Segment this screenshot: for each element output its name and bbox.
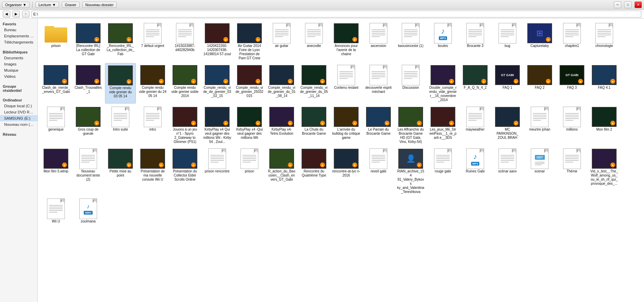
- list-item[interactable]: ▶ Compte rendu vide grenier du 24 05 14: [137, 63, 168, 104]
- back-button[interactable]: ◀: [3, 11, 10, 17]
- list-item[interactable]: ▶ Gros coup de gueule: [73, 105, 104, 145]
- list-item[interactable]: meurtre johan: [524, 105, 555, 145]
- list-item[interactable]: ▶ Mon film 5.wlmp: [40, 147, 71, 195]
- sidebar-item-emplacements[interactable]: Emplacements récen: [0, 33, 37, 39]
- list-item[interactable]: Discussion: [395, 63, 426, 104]
- list-item[interactable]: Nouveau document texte (2): [73, 147, 104, 195]
- list-item[interactable]: ⊞ ▶ Capturelaby: [524, 21, 555, 62]
- sidebar-item-images[interactable]: Images: [0, 61, 37, 67]
- list-item[interactable]: intro: [137, 105, 168, 145]
- up-button[interactable]: ↑: [22, 11, 30, 17]
- list-item[interactable]: ODT scenar: [524, 147, 555, 195]
- doc-icon-container: [398, 23, 423, 44]
- list-item[interactable]: ▶ Compte rendu vide grenier du 03 05 14: [105, 63, 136, 104]
- sidebar-item-nouveau-nom[interactable]: Nouveau nom (X:): [0, 121, 37, 128]
- list-item[interactable]: 👤 ▶ RIAN_archive_154 91_Valery_Bykovs ky…: [395, 147, 426, 195]
- list-item[interactable]: ▶ F_A_Q_N_4_2: [460, 63, 491, 104]
- list-item[interactable]: Brocante 3: [460, 21, 491, 62]
- list-item[interactable]: ▶ KirbyPlay x4-Tetris Evolution: [266, 105, 297, 145]
- list-item[interactable]: ▶ La Chute du Brocante Game: [298, 105, 329, 145]
- list-item[interactable]: Wii U: [40, 197, 71, 225]
- list-item[interactable]: ♪ MP3 Ruines Gabi: [460, 147, 491, 195]
- list-item[interactable]: anecodte: [298, 21, 329, 62]
- list-item[interactable]: mayweather: [460, 105, 491, 145]
- list-item[interactable]: ♪ MP3 boules: [428, 21, 458, 62]
- list-item[interactable]: ▶ Présentation du Collector Elder Scroll…: [169, 147, 200, 195]
- video-icon-container: ▶: [302, 148, 326, 169]
- list-item[interactable]: ▶ Compte_rendu_vi de_grenier_du_05 _11_1…: [298, 63, 329, 104]
- list-item[interactable]: air guitar: [266, 21, 297, 62]
- list-item[interactable]: Thème: [557, 147, 587, 195]
- sidebar-item-musique[interactable]: Musique: [0, 67, 37, 73]
- list-item[interactable]: ▶ Rencontre du Quatrième Type: [298, 147, 329, 195]
- list-item[interactable]: millions: [557, 105, 587, 145]
- sidebar-item-bureau[interactable]: Bureau: [0, 27, 37, 33]
- list-item[interactable]: ♪ WAV zoulmana: [73, 197, 104, 225]
- list-item[interactable]: decouverte esprit méchant: [363, 63, 394, 104]
- file-label: ascension: [371, 44, 386, 48]
- list-item[interactable]: ▶ Clash_de_merde__envers_GT_Gabi: [40, 63, 71, 104]
- list-item[interactable]: ▶ Les Affranchis du Brocante Game HD (GT…: [395, 105, 426, 145]
- graver-button[interactable]: Graver: [62, 2, 80, 8]
- list-item[interactable]: Contenu restant: [331, 63, 362, 104]
- list-item[interactable]: rouge gate: [428, 147, 458, 195]
- list-item[interactable]: ▶ Le Parrain du Brocante Game: [363, 105, 394, 145]
- list-item[interactable]: ▶ 1420422260-1420307438-14198014 57-zoul: [202, 21, 233, 62]
- forward-button[interactable]: ▶: [12, 11, 20, 17]
- list-item[interactable]: ▶ _Rencontre_IRL_La_collection_de_Fab: [105, 21, 136, 62]
- list-item[interactable]: prison rencontre: [202, 147, 233, 195]
- list-item[interactable]: baousinceste (1): [395, 21, 426, 62]
- organiser-button[interactable]: Organiser ▼: [2, 2, 30, 8]
- list-item[interactable]: ▶ Double_compte_r endu_vide_grenie r__16…: [428, 63, 458, 104]
- minimize-button[interactable]: ─: [614, 1, 621, 8]
- list-item[interactable]: GT GABI ▶ FAQ 3: [557, 63, 587, 104]
- list-item[interactable]: prison: [234, 147, 265, 195]
- close-button[interactable]: ✕: [634, 1, 642, 8]
- list-item[interactable]: ▶ R_action_du_Bao usien__Clash_en vers_G…: [266, 147, 297, 195]
- list-item[interactable]: 1415033987-d40282940b: [169, 21, 200, 62]
- lecture-button[interactable]: Lecture ▼: [35, 2, 59, 8]
- list-item[interactable]: ▶ Clash_Trouvailles_1: [73, 63, 104, 104]
- list-item[interactable]: ▶ L'arrivée du bulldog du critique game: [331, 105, 362, 145]
- list-item[interactable]: ▶ KirbyPlay x4 -Qui veut gagner des mill…: [234, 105, 265, 145]
- sidebar-item-telechargements[interactable]: Téléchargements: [0, 39, 37, 45]
- sidebar-item-disque-local[interactable]: Disque local (C:): [0, 103, 37, 109]
- list-item[interactable]: ascension: [363, 21, 394, 62]
- list-item[interactable]: chronologie: [589, 21, 620, 62]
- sidebar-item-lecteur-dvd[interactable]: Lecteur DVD RW (D:: [0, 109, 37, 115]
- maximize-button[interactable]: □: [624, 1, 632, 8]
- list-item[interactable]: ▶ MC PARKINSON_ ZOUL BRAH: [492, 105, 523, 145]
- list-item[interactable]: ▶ Mon film 2: [589, 105, 620, 145]
- list-item[interactable]: ▶ Compte rendu vide grenier solde 2014: [169, 63, 200, 104]
- list-item[interactable]: generique: [40, 105, 71, 145]
- list-item[interactable]: ▶ [Rencontre IRL] La collection de GT Ga…: [73, 21, 104, 62]
- list-item[interactable]: 7 defaut urgent: [137, 21, 168, 62]
- sidebar-item-documents[interactable]: Documents: [0, 55, 37, 61]
- list-item[interactable]: ▶ FAQ 2: [524, 63, 555, 104]
- list-item[interactable]: reveil gabi: [363, 147, 394, 195]
- nouveau-dossier-button[interactable]: Nouveau dossier: [82, 2, 117, 8]
- list-item[interactable]: ▶ Les_jeux_Mii_Str eetPass__1_re_parti e…: [428, 105, 458, 145]
- list-item[interactable]: prison: [40, 21, 71, 62]
- list-item[interactable]: ▶ Air Guitar 2014 Foire de Lyon Prestati…: [234, 21, 265, 62]
- list-item[interactable]: ▶ FAQ 4.1: [589, 63, 620, 104]
- list-item[interactable]: ▶ Compte_rendu_vi de_grenier_25032 015: [234, 63, 265, 104]
- list-item[interactable]: ▶ Jouons à un jeu n°1 - Spyro 2_Gateway …: [169, 105, 200, 145]
- list-item[interactable]: Intro suite: [105, 105, 136, 145]
- list-item[interactable]: ▶ Compte_rendu_vide_de_grenier_03_02_15: [202, 63, 233, 104]
- list-item[interactable]: ▶ KirbyPlay x4 Qui veut gagner des milli…: [202, 105, 233, 145]
- list-item[interactable]: scénar aavv: [492, 147, 523, 195]
- video-icon-container: ▶: [173, 148, 197, 169]
- list-item[interactable]: ▶ Compte_rendu_vi de_grenier_du_01 _08_1…: [266, 63, 297, 104]
- list-item[interactable]: chapitre1: [557, 21, 587, 62]
- address-input[interactable]: [32, 11, 641, 17]
- list-item[interactable]: bug: [492, 21, 523, 62]
- list-item[interactable]: GT GABI ▶ FAQ 1: [492, 63, 523, 104]
- sidebar-item-videos[interactable]: Vidéos: [0, 73, 37, 80]
- list-item[interactable]: ▶ Annonces pour l'avenir de la chaine: [331, 21, 362, 62]
- list-item[interactable]: ▶ Présentation de ma nouvelle console Wi…: [137, 147, 168, 195]
- sidebar-item-samsung[interactable]: SAMSUNG (E:): [0, 115, 37, 121]
- list-item[interactable]: ▶ rencontre-at-lyo n-2016: [331, 147, 362, 195]
- list-item[interactable]: ▶ Vid_o_test__The_ Wolf_among_us_ ou_le_…: [589, 147, 620, 195]
- list-item[interactable]: ▶ Petite mise au point: [105, 147, 136, 195]
